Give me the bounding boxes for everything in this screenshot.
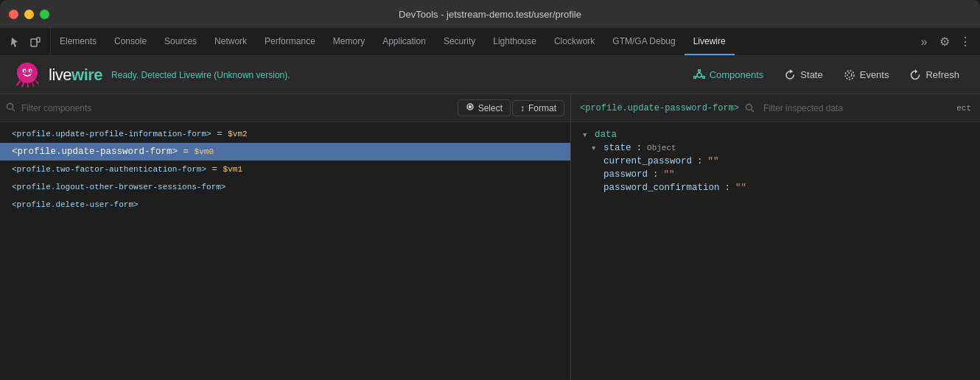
- tab-lighthouse[interactable]: Lighthouse: [484, 28, 545, 55]
- svg-line-12: [701, 76, 702, 77]
- state-button[interactable]: State: [775, 66, 831, 85]
- breadcrumb-component-name: <profile.update-password-form>: [580, 103, 739, 113]
- data-tree: data state : Object current_password : "…: [571, 122, 980, 380]
- tab-network[interactable]: Network: [206, 28, 256, 55]
- devtools-tab-list: Elements Console Sources Network Perform…: [51, 28, 909, 55]
- tree-row-password-confirmation: password_confirmation : "": [571, 181, 980, 194]
- list-item[interactable]: <profile.two-factor-authentication-form>…: [0, 161, 570, 178]
- left-panel-toolbar: Select ↕ Format: [0, 94, 570, 122]
- more-menu-button[interactable]: ⋮: [956, 33, 974, 51]
- right-panel: <profile.update-password-form> ect data …: [571, 94, 980, 380]
- tab-memory[interactable]: Memory: [324, 28, 374, 55]
- list-item[interactable]: <profile.update-password-form> = $vm0: [0, 143, 570, 161]
- edge-scroll-label: ect: [956, 104, 971, 113]
- tab-livewire[interactable]: Livewire: [685, 28, 735, 55]
- livewire-live-text: live: [49, 66, 71, 84]
- cursor-icon-button[interactable]: [6, 33, 24, 51]
- tab-application[interactable]: Application: [374, 28, 435, 55]
- components-list: <profile.update-profile-information-form…: [0, 122, 570, 380]
- window-title: DevTools - jetstream-demo.test/user/prof…: [399, 9, 581, 20]
- format-label: Format: [528, 103, 556, 113]
- select-label: Select: [478, 103, 503, 113]
- components-button[interactable]: Components: [685, 66, 773, 85]
- maximize-button[interactable]: [40, 10, 49, 19]
- toolbar-right-buttons: Select ↕ Format: [458, 99, 564, 116]
- select-button[interactable]: Select: [458, 99, 511, 116]
- right-panel-toolbar: <profile.update-password-form> ect: [571, 94, 980, 122]
- more-tabs-button[interactable]: »: [915, 33, 933, 51]
- caret-state: [592, 144, 601, 152]
- state-label: State: [800, 69, 822, 80]
- svg-point-16: [7, 103, 13, 109]
- filter-data-input[interactable]: [763, 103, 951, 113]
- state-icon: [784, 69, 796, 81]
- settings-button[interactable]: ⚙: [936, 33, 953, 51]
- minimize-button[interactable]: [24, 10, 34, 19]
- refresh-label: Refresh: [925, 69, 959, 80]
- svg-line-13: [696, 76, 697, 77]
- livewire-status-text: Ready. Detected Livewire (Unknown versio…: [111, 70, 290, 80]
- tab-performance[interactable]: Performance: [256, 28, 324, 55]
- svg-point-6: [29, 70, 31, 71]
- svg-point-20: [746, 105, 752, 110]
- svg-rect-0: [31, 39, 37, 46]
- tree-key-password-confirmation: password_confirmation: [603, 183, 720, 193]
- livewire-octopus-icon: [12, 60, 43, 91]
- main-content: Select ↕ Format <profile.update-profile-…: [0, 94, 980, 380]
- svg-point-19: [469, 106, 471, 108]
- tree-value-password-confirmation: "": [735, 183, 746, 193]
- svg-point-7: [697, 73, 701, 77]
- tree-row-current-password: current_password : "": [571, 155, 980, 168]
- svg-point-15: [845, 71, 854, 80]
- svg-line-17: [13, 108, 15, 110]
- title-bar: DevTools - jetstream-demo.test/user/prof…: [0, 0, 980, 28]
- tree-value-password: "": [664, 169, 675, 180]
- list-item[interactable]: <profile.delete-user-form>: [0, 196, 570, 214]
- svg-point-5: [24, 70, 25, 71]
- refresh-icon: [909, 69, 921, 81]
- tab-console[interactable]: Console: [105, 28, 155, 55]
- components-label: Components: [710, 69, 764, 80]
- tree-key-state: state: [603, 143, 631, 153]
- caret-data: [583, 131, 592, 139]
- svg-line-21: [752, 110, 754, 112]
- tree-value-current-password: "": [708, 156, 719, 166]
- svg-point-9: [702, 76, 704, 78]
- list-item[interactable]: <profile.update-profile-information-form…: [0, 125, 570, 143]
- tab-gtm-ga[interactable]: GTM/GA Debug: [603, 28, 684, 55]
- format-icon: ↕: [520, 103, 525, 113]
- filter-data-icon: [745, 103, 755, 113]
- device-toggle-button[interactable]: [27, 33, 44, 51]
- tab-elements[interactable]: Elements: [51, 28, 105, 55]
- tree-key-password: password: [603, 169, 648, 180]
- refresh-button[interactable]: Refresh: [900, 66, 968, 85]
- format-button[interactable]: ↕ Format: [512, 100, 564, 116]
- list-item[interactable]: <profile.logout-other-browser-sessions-f…: [0, 178, 570, 196]
- filter-components-input[interactable]: [21, 103, 452, 113]
- tree-row-state[interactable]: state : Object: [571, 141, 980, 155]
- left-panel: Select ↕ Format <profile.update-profile-…: [0, 94, 571, 380]
- traffic-lights: [9, 10, 49, 19]
- tab-security[interactable]: Security: [435, 28, 484, 55]
- devtools-left-icons: [0, 28, 51, 55]
- events-button[interactable]: Events: [835, 66, 898, 85]
- tab-sources[interactable]: Sources: [155, 28, 206, 55]
- tree-key-current-password: current_password: [603, 156, 692, 166]
- tree-row-password: password : "": [571, 168, 980, 181]
- devtools-tabs-bar: Elements Console Sources Network Perform…: [0, 28, 980, 56]
- livewire-wire-text: wire: [71, 66, 102, 84]
- events-icon: [844, 69, 855, 81]
- devtools-window: DevTools - jetstream-demo.test/user/prof…: [0, 0, 980, 380]
- svg-point-14: [847, 73, 852, 77]
- events-label: Events: [860, 69, 889, 80]
- svg-rect-1: [37, 38, 40, 42]
- tab-clockwork[interactable]: Clockwork: [545, 28, 603, 55]
- filter-search-icon: [6, 102, 15, 114]
- devtools-right-icons: » ⚙ ⋮: [909, 28, 980, 55]
- close-button[interactable]: [9, 10, 18, 19]
- tree-row-data[interactable]: data: [571, 128, 980, 141]
- svg-point-2: [17, 63, 38, 83]
- livewire-toolbar: livewire Ready. Detected Livewire (Unkno…: [0, 56, 980, 94]
- tree-key-data: data: [595, 130, 617, 140]
- select-icon: [466, 102, 475, 113]
